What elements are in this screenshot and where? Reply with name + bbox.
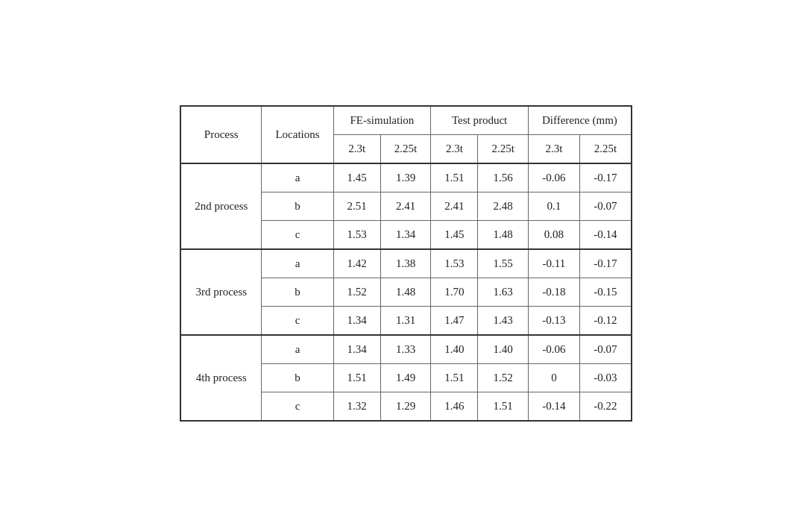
fe-225-subheader: 2.25t [380,134,430,163]
location-cell: b [262,363,333,392]
tp-225-cell: 1.52 [478,363,528,392]
tp-23-cell: 2.41 [431,192,478,220]
tp-23-cell: 1.51 [431,363,478,392]
table-row: 2nd processa1.451.391.511.56-0.06-0.17 [180,163,632,192]
tp-225-subheader: 2.25t [478,134,528,163]
process-cell: 4th process [180,335,262,421]
fe-225-cell: 2.41 [380,192,430,220]
tp-225-cell: 1.48 [478,220,528,249]
table-row: 4th processa1.341.331.401.40-0.06-0.07 [180,335,632,364]
diff-225-cell: -0.17 [579,249,631,278]
tp-23-cell: 1.40 [431,335,478,364]
diff-225-cell: -0.15 [579,278,631,306]
fe-225-cell: 1.48 [380,278,430,306]
tp-23-cell: 1.46 [431,392,478,421]
fe-23-cell: 1.34 [333,335,380,364]
tp-225-cell: 1.40 [478,335,528,364]
diff-23-cell: 0.1 [528,192,579,220]
diff-23-cell: -0.06 [528,163,579,192]
process-cell: 2nd process [180,163,262,249]
diff-225-subheader: 2.25t [579,134,631,163]
fe-225-cell: 1.31 [380,306,430,335]
location-cell: a [262,335,333,364]
location-cell: b [262,278,333,306]
diff-23-cell: 0 [528,363,579,392]
location-cell: a [262,163,333,192]
fe-225-cell: 1.49 [380,363,430,392]
tp-23-cell: 1.51 [431,163,478,192]
locations-header: Locations [262,106,333,163]
fe-225-cell: 1.29 [380,392,430,421]
diff-225-cell: -0.07 [579,192,631,220]
header-row-1: Process Locations FE-simulation Test pro… [180,106,632,135]
diff-23-cell: -0.11 [528,249,579,278]
fe-sim-header: FE-simulation [333,106,431,135]
location-cell: c [262,220,333,249]
diff-225-cell: -0.07 [579,335,631,364]
diff-23-cell: 0.08 [528,220,579,249]
tp-225-cell: 1.43 [478,306,528,335]
diff-225-cell: -0.22 [579,392,631,421]
table-wrapper: Process Locations FE-simulation Test pro… [165,90,647,436]
tp-225-cell: 1.51 [478,392,528,421]
tp-23-cell: 1.53 [431,249,478,278]
diff-23-cell: -0.18 [528,278,579,306]
tp-23-subheader: 2.3t [431,134,478,163]
fe-23-cell: 2.51 [333,192,380,220]
fe-23-cell: 1.42 [333,249,380,278]
tp-225-cell: 1.56 [478,163,528,192]
fe-23-cell: 1.32 [333,392,380,421]
process-cell: 3rd process [180,249,262,335]
fe-23-cell: 1.52 [333,278,380,306]
location-cell: c [262,392,333,421]
table-body: 2nd processa1.451.391.511.56-0.06-0.17b2… [180,163,632,421]
test-product-header: Test product [431,106,529,135]
fe-23-cell: 1.53 [333,220,380,249]
diff-23-cell: -0.06 [528,335,579,364]
fe-225-cell: 1.39 [380,163,430,192]
location-cell: b [262,192,333,220]
tp-225-cell: 1.63 [478,278,528,306]
diff-225-cell: -0.03 [579,363,631,392]
fe-23-cell: 1.45 [333,163,380,192]
tp-23-cell: 1.47 [431,306,478,335]
fe-23-subheader: 2.3t [333,134,380,163]
diff-225-cell: -0.12 [579,306,631,335]
difference-header: Difference (mm) [528,106,631,135]
tp-23-cell: 1.70 [431,278,478,306]
location-cell: c [262,306,333,335]
fe-23-cell: 1.34 [333,306,380,335]
data-table: Process Locations FE-simulation Test pro… [180,105,632,422]
diff-225-cell: -0.14 [579,220,631,249]
fe-225-cell: 1.34 [380,220,430,249]
diff-23-cell: -0.14 [528,392,579,421]
diff-225-cell: -0.17 [579,163,631,192]
location-cell: a [262,249,333,278]
fe-225-cell: 1.33 [380,335,430,364]
tp-225-cell: 2.48 [478,192,528,220]
tp-23-cell: 1.45 [431,220,478,249]
diff-23-subheader: 2.3t [528,134,579,163]
tp-225-cell: 1.55 [478,249,528,278]
table-row: 3rd processa1.421.381.531.55-0.11-0.17 [180,249,632,278]
diff-23-cell: -0.13 [528,306,579,335]
fe-225-cell: 1.38 [380,249,430,278]
process-header: Process [180,106,262,163]
fe-23-cell: 1.51 [333,363,380,392]
